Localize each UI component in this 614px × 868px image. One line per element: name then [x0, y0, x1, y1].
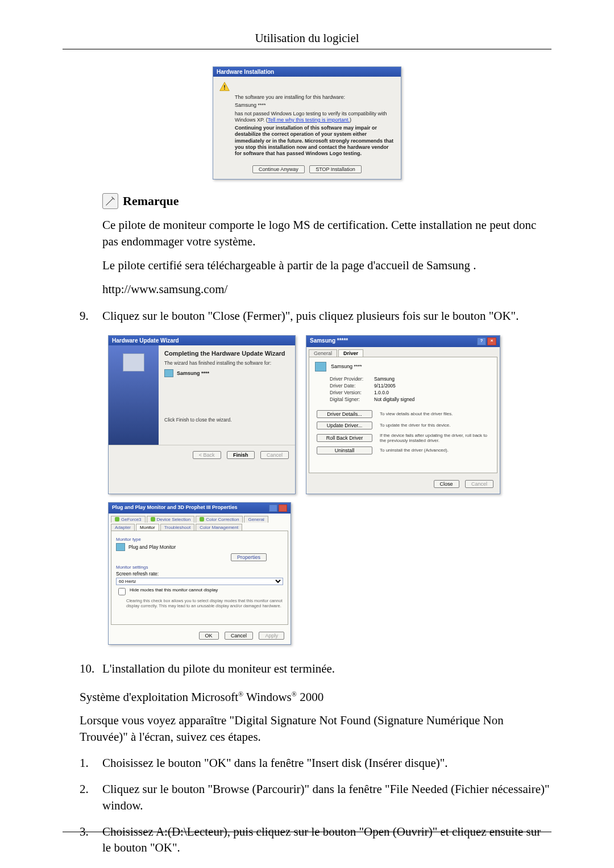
- dialog-title: Plug and Play Monitor and 3D Prophet III…: [112, 504, 238, 512]
- note-heading: Remarque: [123, 194, 179, 208]
- tab-troubleshoot[interactable]: Troubleshoot: [160, 524, 194, 531]
- value: Samsung: [374, 376, 395, 382]
- wizard-text: The wizard has finished installing the s…: [164, 360, 289, 366]
- group-label: Monitor type: [116, 537, 283, 542]
- cancel-button: Cancel: [465, 480, 493, 488]
- list-number: 1.: [80, 755, 102, 771]
- monitor-icon: [164, 369, 173, 377]
- help-button[interactable]: ?: [477, 337, 486, 345]
- dialog-title: Samsung *****: [310, 337, 348, 345]
- label: Digital Signer:: [330, 397, 374, 402]
- tab-driver[interactable]: Driver: [338, 349, 363, 357]
- description: To update the driver for this device.: [380, 423, 491, 428]
- roll-back-driver-button[interactable]: Roll Back Driver: [317, 434, 372, 442]
- nvidia-icon: [200, 517, 204, 521]
- close-icon[interactable]: [279, 504, 287, 512]
- page-header: Utilisation du logiciel: [63, 31, 551, 45]
- nvidia-icon: [151, 517, 155, 521]
- label: Screen refresh rate:: [116, 571, 283, 577]
- device-graphic: [123, 353, 144, 372]
- note-icon: [102, 193, 118, 209]
- header-rule: [63, 49, 551, 49]
- wizard-closing-text: Click Finish to close the wizard.: [164, 417, 289, 423]
- close-button[interactable]: Close: [434, 480, 459, 488]
- footer-rule: [63, 832, 551, 832]
- url-text: http://www.samsung.com/: [102, 281, 551, 297]
- close-icon[interactable]: ×: [487, 337, 496, 345]
- warning-icon: [219, 81, 230, 93]
- list-number: 10.: [80, 661, 102, 677]
- help-button[interactable]: [269, 504, 277, 512]
- value: 9/11/2005: [374, 383, 396, 389]
- wizard-heading: Completing the Hardware Update Wizard: [164, 350, 289, 357]
- monitor-name: Plug and Play Monitor: [128, 544, 176, 550]
- checkbox-label: Hide modes that this monitor cannot disp…: [130, 587, 218, 592]
- value: 1.0.0.0: [374, 390, 389, 395]
- update-driver-button[interactable]: Update Driver...: [317, 422, 372, 429]
- monitor-icon: [116, 543, 125, 551]
- tab-adapter[interactable]: Adapter: [111, 524, 135, 531]
- apply-button: Apply: [259, 632, 284, 640]
- list-number: 2.: [80, 781, 102, 813]
- device-name: Samsung ****: [331, 364, 362, 369]
- nvidia-icon: [115, 517, 119, 521]
- stop-installation-button[interactable]: STOP Installation: [309, 165, 362, 173]
- cancel-button: Cancel: [260, 451, 289, 459]
- os-heading: Système d'exploitation Microsoft® Window…: [80, 690, 551, 704]
- monitor-icon: [315, 362, 326, 372]
- value: Not digitally signed: [374, 397, 414, 402]
- tab-label: GeForce3: [121, 517, 142, 522]
- tab-color-management[interactable]: Color Management: [196, 524, 242, 531]
- continue-anyway-button[interactable]: Continue Anyway: [252, 165, 305, 173]
- group-label: Monitor settings: [116, 565, 283, 570]
- paragraph: Le pilote certifié sera téléchargeable à…: [102, 257, 551, 273]
- text: ): [350, 117, 351, 123]
- tab-monitor[interactable]: Monitor: [136, 524, 159, 531]
- dialog-text: has not passed Windows Logo testing to v…: [235, 111, 395, 124]
- tab-color-correction[interactable]: Color Correction: [196, 516, 243, 523]
- description: To uninstall the driver (Advanced).: [380, 448, 491, 453]
- dialog-title: Hardware Update Wizard: [109, 336, 295, 345]
- dialog-title: Hardware Installation: [213, 67, 401, 77]
- label: Driver Version:: [330, 390, 374, 395]
- driver-details-button[interactable]: Driver Details...: [317, 410, 372, 418]
- ok-button[interactable]: OK: [199, 632, 219, 640]
- wizard-sidebar: [109, 345, 159, 445]
- hide-modes-checkbox[interactable]: [118, 588, 126, 595]
- tell-me-link[interactable]: Tell me why this testing is important.: [268, 117, 350, 123]
- uninstall-button[interactable]: Uninstall: [317, 446, 372, 454]
- dialog-warning-text: Continuing your installation of this sof…: [235, 125, 395, 157]
- list-number: 9.: [80, 308, 102, 324]
- list-text: Choisissez A:(D:\Lecteur), puis cliquez …: [102, 824, 551, 856]
- list-text: L'installation du pilote du moniteur est…: [102, 661, 551, 677]
- cancel-button[interactable]: Cancel: [225, 632, 253, 640]
- label: Driver Date:: [330, 383, 374, 389]
- tab-general[interactable]: General: [244, 516, 268, 523]
- device-name: Samsung ****: [177, 370, 209, 376]
- list-number: 3.: [80, 824, 102, 856]
- hardware-update-wizard-dialog: Hardware Update Wizard Completing the Ha…: [108, 335, 296, 494]
- tab-label: Device Selection: [157, 517, 191, 522]
- svg-rect-0: [224, 85, 225, 88]
- refresh-rate-select[interactable]: 60 Hertz: [116, 578, 283, 585]
- display-properties-dialog: Plug and Play Monitor and 3D Prophet III…: [108, 502, 291, 645]
- paragraph: Lorsque vous voyez apparaître "Digital S…: [80, 712, 551, 745]
- monitor-properties-dialog: Samsung ***** ? × General Driver Samsung…: [306, 335, 500, 494]
- svg-rect-1: [224, 89, 225, 90]
- back-button: < Back: [193, 451, 221, 459]
- tab-general[interactable]: General: [309, 349, 337, 357]
- tab-geforce3[interactable]: GeForce3: [111, 516, 146, 523]
- label: Driver Provider:: [330, 376, 374, 382]
- list-text: Choisissez le bouton "OK" dans la fenêtr…: [102, 755, 551, 771]
- tab-device-selection[interactable]: Device Selection: [147, 516, 195, 523]
- dialog-text: The software you are installing for this…: [235, 94, 395, 101]
- dialog-device: Samsung ****: [235, 102, 395, 108]
- hardware-installation-dialog: Hardware Installation The software you a…: [213, 66, 401, 180]
- hint-text: Clearing this check box allows you to se…: [126, 598, 283, 608]
- list-text: Cliquez sur le bouton "Close (Fermer)", …: [102, 308, 551, 324]
- finish-button[interactable]: Finish: [227, 451, 255, 459]
- paragraph: Ce pilote de moniteur comporte le logo M…: [102, 217, 551, 249]
- tab-label: Color Correction: [206, 517, 239, 522]
- description: To view details about the driver files.: [380, 411, 491, 416]
- properties-button[interactable]: Properties: [231, 553, 267, 561]
